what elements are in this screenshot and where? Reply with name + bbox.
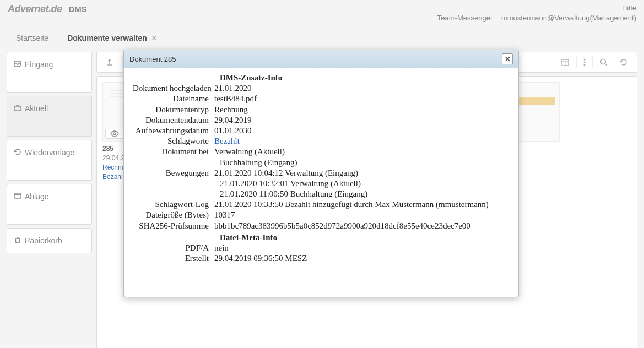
reload-button[interactable] — [615, 56, 632, 69]
tag-link[interactable]: Bezahlt — [214, 136, 510, 146]
svg-point-8 — [113, 133, 116, 135]
field-label: Erstellt — [133, 253, 214, 264]
trash-icon — [14, 237, 21, 243]
sidebar-item-label: Ablage — [25, 192, 49, 201]
field-label: Schlagworte — [133, 136, 214, 146]
svg-point-7 — [601, 59, 606, 64]
field-value: testB484.pdf — [214, 94, 510, 104]
app-name: DMS — [69, 4, 87, 14]
tab-label: Dokumente verwalten — [67, 34, 147, 42]
field-value: 21.01.2020 — [214, 83, 510, 94]
close-icon[interactable]: ✕ — [151, 34, 157, 42]
search-button[interactable] — [595, 56, 613, 69]
briefcase-icon — [14, 105, 21, 111]
field-value: 01.01.2030 — [214, 126, 510, 136]
field-label: Schlagwort-Log — [133, 199, 214, 210]
field-value: 29.04.2019 09:36:50 MESZ — [214, 253, 510, 264]
modal-title: Dokument 285 — [129, 55, 176, 63]
document-info-modal: Dokument 285 ✕ DMS-Zusatz-Info Dokument … — [123, 50, 519, 297]
field-value: Buchhaltung (Eingang) — [220, 157, 510, 168]
help-link[interactable]: Hilfe — [622, 4, 636, 12]
sidebar-item-eingang[interactable]: Eingang — [7, 52, 92, 93]
svg-rect-2 — [15, 195, 20, 199]
field-value: Rechnung — [214, 105, 510, 115]
field-label: Dokument hochgeladen — [133, 83, 214, 94]
field-label: Dokument bei — [133, 146, 214, 157]
field-label: PDF/A — [133, 243, 214, 253]
sidebar-item-papierkorb[interactable]: Papierkorb — [7, 228, 92, 253]
folder-sidebar: Eingang Aktuell Wiedervorlage Ablage Pap… — [7, 52, 92, 348]
sidebar-item-aktuell[interactable]: Aktuell — [7, 96, 92, 137]
field-value: nein — [214, 243, 510, 253]
user-link[interactable]: mmustermann@Verwaltung(Management) — [501, 14, 636, 22]
inbox-icon — [14, 61, 21, 67]
archive-icon — [14, 193, 21, 199]
app-header: Advernet.de DMS Hilfe Team-Messenger mmu… — [0, 0, 644, 25]
preview-button[interactable] — [105, 129, 124, 139]
section-header: Datei-Meta-Info — [220, 232, 510, 243]
tab-bar: Startseite Dokumente verwalten ✕ — [7, 29, 637, 47]
logo: Advernet.de — [8, 3, 62, 15]
section-header: DMS-Zusatz-Info — [220, 73, 510, 83]
sidebar-item-label: Aktuell — [25, 104, 48, 113]
field-value: 29.04.2019 — [214, 115, 510, 126]
sidebar-item-label: Eingang — [25, 60, 53, 69]
sidebar-item-ablage[interactable]: Ablage — [7, 184, 92, 225]
field-value: 21.01.2020 11:00:50 Buchhaltung (Eingang… — [220, 189, 510, 199]
field-value: 21.01.2020 10:04:12 Verwaltung (Eingang) — [214, 168, 510, 178]
field-label: Aufbewahrungsdatum — [133, 126, 214, 136]
sidebar-item-wiedervorlage[interactable]: Wiedervorlage — [7, 140, 92, 181]
field-label: Dokumententyp — [133, 105, 214, 115]
tab-dokumente-verwalten[interactable]: Dokumente verwalten ✕ — [58, 29, 166, 47]
field-value: Verwaltung (Aktuell) — [214, 146, 510, 157]
field-label: Dateigröße (Bytes) — [133, 210, 214, 220]
upload-button[interactable] — [101, 56, 118, 68]
field-label: Dateiname — [133, 94, 214, 104]
sidebar-item-label: Wiedervorlage — [25, 148, 74, 157]
calendar-button[interactable] — [556, 56, 574, 69]
svg-point-6 — [584, 64, 586, 66]
field-value: 21.01.2020 10:32:01 Verwaltung (Aktuell) — [220, 178, 510, 189]
tab-label: Startseite — [16, 34, 48, 42]
field-label: Bewegungen — [133, 168, 214, 178]
more-button[interactable] — [579, 56, 590, 69]
svg-rect-0 — [14, 106, 21, 111]
field-label: SHA256-Prüfsumme — [133, 221, 214, 231]
field-value: 10317 — [214, 210, 510, 220]
sidebar-item-label: Papierkorb — [25, 236, 62, 245]
field-value: 21.01.2020 10:33:50 Bezahlt hinzugefügt … — [214, 199, 510, 210]
field-value: bbb1bc789ac383996b5b5a0c852d972a9900a920… — [214, 221, 510, 231]
svg-point-4 — [584, 59, 586, 61]
messenger-link[interactable]: Team-Messenger — [437, 14, 493, 22]
tab-startseite[interactable]: Startseite — [7, 29, 58, 47]
refresh-icon — [14, 149, 21, 155]
field-label: Dokumentendatum — [133, 115, 214, 126]
svg-point-5 — [584, 62, 586, 63]
close-button[interactable]: ✕ — [502, 53, 513, 64]
